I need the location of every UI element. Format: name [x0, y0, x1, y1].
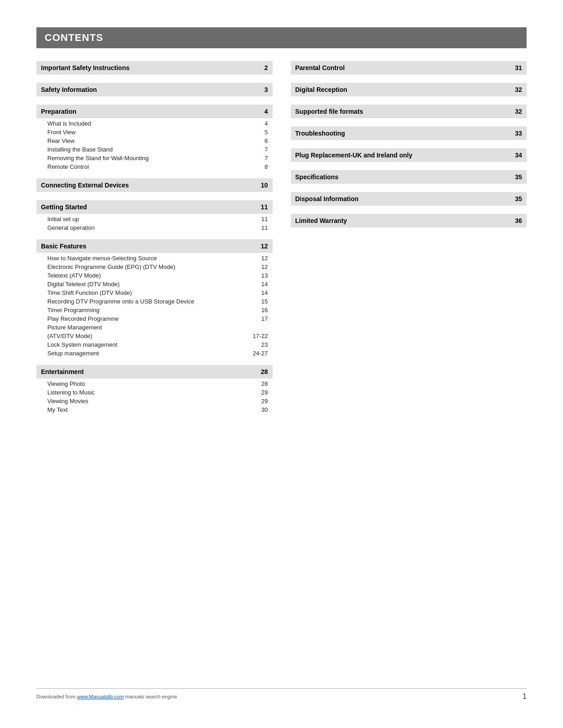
toc-top-item-page: 34 [507, 152, 522, 159]
footer-engine-text: manuals search engine [124, 694, 177, 699]
toc-item-page: 11 [254, 224, 268, 231]
footer-page-number: 1 [522, 693, 527, 701]
toc-spacer [291, 163, 527, 166]
toc-top-item-page: 35 [507, 195, 522, 202]
toc-item-page: 4 [254, 120, 268, 127]
toc-top-item-label: Important Safety Instructions [41, 64, 129, 71]
toc-item-page: 11 [254, 216, 268, 222]
toc-section-page: 10 [254, 182, 268, 189]
toc-item: Viewing Movies29 [36, 397, 273, 405]
toc-right-column: Parental Control31Digital Reception32Sup… [291, 56, 527, 414]
toc-top-item-page: 31 [507, 64, 522, 71]
footer-manualslib-link[interactable]: www.Manualslib.com [77, 694, 124, 699]
toc-item-label: (ATV/DTV Mode) [47, 333, 253, 339]
toc-item-page: 14 [254, 281, 268, 288]
toc-top-item: Troubleshooting33 [291, 126, 527, 140]
toc-item: Setup management24-27 [36, 349, 273, 358]
toc-item-label: My Text [47, 406, 254, 413]
toc-item-label: Listening to Music [47, 389, 254, 396]
toc-item: Digital Teletext (DTV Mode)14 [36, 280, 273, 288]
toc-item: My Text30 [36, 405, 273, 414]
toc-item-label: Time Shift Function (DTV Mode) [47, 289, 254, 296]
toc-top-item-label: Disposal Information [295, 195, 359, 202]
toc-spacer [36, 232, 273, 235]
toc-spacer [36, 76, 273, 78]
toc-item: General operation11 [36, 223, 273, 232]
toc-item-label: Electronic Programme Guide (EPG) (DTV Mo… [47, 263, 254, 270]
toc-spacer [291, 119, 527, 122]
toc-item-page: 16 [254, 307, 268, 313]
toc-top-item: Limited Warranty36 [291, 214, 527, 228]
toc-item-page: 28 [254, 380, 268, 387]
toc-item-page: 7 [254, 146, 268, 153]
toc-top-item-label: Troubleshooting [295, 130, 345, 137]
toc-item-label: Installing the Base Stand [47, 146, 254, 153]
toc-item-page: 8 [254, 163, 268, 170]
toc-item-label: Timer Programming [47, 307, 254, 313]
toc-section-header: Entertainment28 [36, 365, 273, 379]
toc-item-label: What is Included [47, 120, 254, 127]
contents-header: CONTENTS [36, 27, 527, 48]
toc-item-page: 29 [254, 398, 268, 404]
toc-top-item: Plug Replacement-UK and Ireland only34 [291, 148, 527, 162]
contents-title: CONTENTS [45, 32, 103, 43]
toc-item-label: Removing the Stand for Wall-Mounting [47, 155, 254, 162]
toc-item-label: Initial set up [47, 216, 254, 222]
toc-item: How to Navigate menus-Selecting Source12 [36, 254, 273, 263]
toc-top-item: Parental Control31 [291, 61, 527, 75]
toc-top-item-page: 3 [254, 86, 268, 93]
toc-section-label: Entertainment [41, 368, 84, 375]
toc-spacer [36, 97, 273, 100]
toc-top-item-label: Plug Replacement-UK and Ireland only [295, 152, 413, 159]
toc-item-label: Viewing Photo [47, 380, 254, 387]
toc-item-label: Viewing Movies [47, 398, 254, 404]
toc-top-item-page: 32 [507, 108, 522, 115]
toc-item-label: Remote Control [47, 163, 254, 170]
toc-item-label: Teletext (ATV Mode) [47, 272, 254, 279]
toc-section-page: 11 [254, 203, 268, 211]
toc-section-page: 4 [254, 108, 268, 115]
toc-top-item: Disposal Information35 [291, 192, 527, 206]
toc-item-label: Front View [47, 129, 254, 136]
toc-top-item: Safety Information3 [36, 83, 273, 96]
toc-top-item-page: 32 [507, 86, 522, 93]
toc-top-item: Digital Reception32 [291, 83, 527, 96]
toc-section-label: Basic Features [41, 243, 86, 250]
toc-top-item: Supported file formats32 [291, 105, 527, 118]
toc-section-page: 28 [254, 368, 268, 375]
toc-item: Time Shift Function (DTV Mode)14 [36, 288, 273, 297]
toc-spacer [291, 185, 527, 187]
toc-item: Listening to Music29 [36, 388, 273, 397]
toc-item: Remote Control8 [36, 162, 273, 171]
toc-item-page: 17 [254, 315, 268, 322]
toc-spacer [36, 358, 273, 360]
toc-top-item-label: Parental Control [295, 64, 345, 71]
toc-item-page: 12 [254, 255, 268, 262]
toc-left-column: Important Safety Instructions2Safety Inf… [36, 56, 273, 414]
toc-item: Front View5 [36, 128, 273, 136]
toc-item-label: Picture Management [47, 324, 254, 331]
toc-top-item-label: Specifications [295, 173, 339, 181]
toc-top-item-label: Supported file formats [295, 108, 363, 115]
toc-item: Teletext (ATV Mode)13 [36, 271, 273, 280]
toc-item-page: 30 [254, 406, 268, 413]
toc-item-page: 12 [254, 263, 268, 270]
toc-item-page: 24-27 [253, 350, 268, 357]
toc-spacer [36, 193, 273, 196]
toc-item: What is Included4 [36, 119, 273, 128]
toc-item-label: Recording DTV Programme onto a USB Stora… [47, 298, 254, 305]
toc-section-label: Preparation [41, 108, 76, 115]
toc-spacer [291, 76, 527, 78]
toc-item: Initial set up11 [36, 215, 273, 223]
toc-item-page: 14 [254, 289, 268, 296]
toc-item-label: How to Navigate menus-Selecting Source [47, 255, 254, 262]
toc-section-label: Connecting External Devices [41, 182, 129, 189]
toc-item-label: Lock System management [47, 341, 254, 348]
toc-section-header: Basic Features12 [36, 239, 273, 253]
toc-spacer [36, 171, 273, 174]
toc-item-label: Rear View [47, 137, 254, 144]
toc-top-item: Important Safety Instructions2 [36, 61, 273, 75]
toc-item: (ATV/DTV Mode)17-22 [36, 332, 273, 340]
toc-top-item-label: Limited Warranty [295, 217, 347, 224]
footer-downloaded-text: Downloaded from [36, 694, 77, 699]
